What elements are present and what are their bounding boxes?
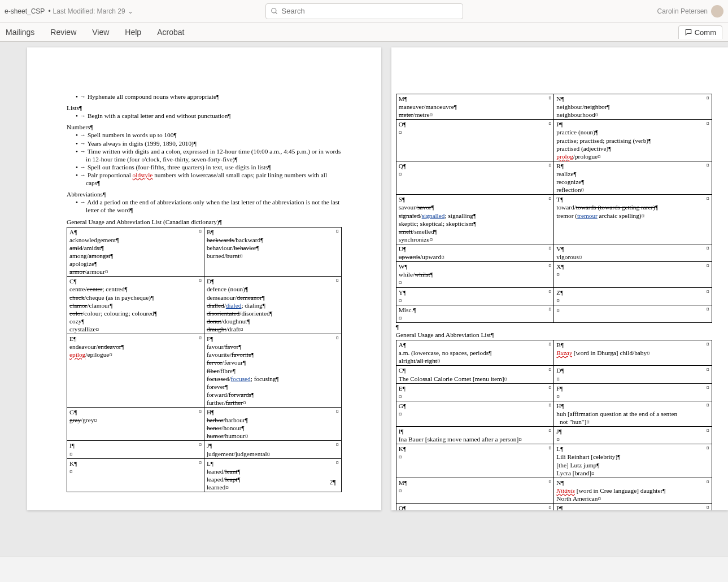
table-row: E¶endeavour/endeavor¶epilog/epilogue¤F¶f… bbox=[67, 334, 342, 408]
heading-numbers: Numbers¶ bbox=[67, 123, 342, 131]
table-cell: B¶Buzay [word in Dhurga] child/baby¤ bbox=[554, 340, 712, 366]
spacer: ¶ bbox=[396, 323, 728, 327]
tab-help[interactable]: Help bbox=[125, 28, 141, 37]
table-cell: C¶The Colossal Calorie Comet [menu item]… bbox=[396, 366, 554, 383]
table-cell: F¶¤ bbox=[554, 383, 712, 401]
ribbon: Mailings Review View Help Acrobat Comm bbox=[0, 23, 728, 42]
table-cell: S¶savour/savor¶signaled/signalled; signa… bbox=[396, 195, 554, 244]
heading-lists: Lists¶ bbox=[67, 104, 342, 112]
table-row: G¶gray/grey¤H¶harbor/harbour¶honor/honou… bbox=[67, 408, 342, 441]
table-row: O¶¤P¶practice (noun)¶practise; practised… bbox=[396, 120, 712, 161]
table-cell: O¶¤ bbox=[396, 120, 554, 161]
table-row: G¶¤H¶huh [affirmation question at the en… bbox=[396, 401, 712, 426]
table-cell: N¶neighbour/neighbor¶neighbourhood¤ bbox=[554, 94, 712, 120]
table-cell: V¶vigorous¤ bbox=[554, 244, 712, 261]
user-area[interactable]: Carolin Petersen bbox=[657, 5, 723, 17]
table-row: I¶Ina Bauer [skating move named after a … bbox=[396, 427, 712, 444]
bullet: Years always in digits (1999, 1890, 2010… bbox=[67, 139, 342, 147]
search-icon bbox=[271, 7, 278, 15]
table-row: Q¶¤R¶realize¶recognize¶reflection¤ bbox=[396, 161, 712, 194]
search-input[interactable] bbox=[282, 7, 458, 15]
table-cell: I¶¤ bbox=[67, 441, 204, 458]
table-row: S¶savour/savor¶signaled/signalled; signa… bbox=[396, 195, 712, 244]
page-3: M¶maneuver/manoeuvre¶meter/metre¤N¶neigh… bbox=[391, 47, 728, 510]
table-row: A¶acknowledgement¶amid/amidst¶among/amon… bbox=[67, 227, 342, 277]
bullet: Begin with a capital letter and end with… bbox=[67, 112, 342, 120]
user-name: Carolin Petersen bbox=[657, 7, 708, 15]
table-cell: I¶Ina Bauer [skating move named after a … bbox=[396, 427, 554, 444]
table-cell: M¶maneuver/manoeuvre¶meter/metre¤ bbox=[396, 94, 554, 120]
table-row: E¶¤F¶¤ bbox=[396, 383, 712, 401]
table-cell: H¶huh [affirmation question at the end o… bbox=[554, 401, 712, 426]
table-cell: L¶leaned/leant¶leaped/leapt¶learned¤ bbox=[204, 458, 341, 492]
usage-table-1-cont: M¶maneuver/manoeuvre¶meter/metre¤N¶neigh… bbox=[396, 94, 712, 323]
table-title: General Usage and Abbreviation List (Can… bbox=[67, 218, 342, 226]
tab-view[interactable]: View bbox=[92, 28, 109, 37]
heading-abbrev: Abbreviations¶ bbox=[67, 190, 342, 198]
bullet: Hyphenate all compound nouns where appro… bbox=[67, 93, 342, 100]
avatar[interactable] bbox=[711, 5, 723, 17]
table-row: A¶a.m. (lowercase, no spaces, periods¶al… bbox=[396, 340, 712, 366]
usage-table-2: A¶a.m. (lowercase, no spaces, periods¶al… bbox=[396, 340, 712, 510]
table-cell: H¶harbor/harbour¶honor/honour¶humor/humo… bbox=[204, 408, 341, 441]
tab-mailings[interactable]: Mailings bbox=[6, 28, 34, 37]
tab-acrobat[interactable]: Acrobat bbox=[157, 28, 184, 37]
svg-line-1 bbox=[275, 12, 277, 14]
table-cell: A¶a.m. (lowercase, no spaces, periods¶al… bbox=[396, 340, 554, 366]
table-cell: X¶¤ bbox=[554, 262, 712, 287]
table-row: U¶upwards/upward¤V¶vigorous¤ bbox=[396, 244, 712, 261]
svg-point-0 bbox=[271, 8, 276, 12]
bullet: Add a period on the end of abbreviations… bbox=[67, 198, 342, 214]
table-cell: F¶favour/favor¶favourite/favorite¶fervor… bbox=[204, 334, 341, 408]
table-cell: K¶¤ bbox=[396, 444, 554, 478]
table-cell: G¶gray/grey¤ bbox=[67, 408, 204, 441]
table-row: Y¶¤Z¶¤ bbox=[396, 287, 712, 305]
table-cell: O¶ bbox=[396, 504, 554, 510]
bullet: Spell numbers in words up to 100¶ bbox=[67, 131, 342, 139]
table-cell: J¶judgement/judgemental¤ bbox=[204, 441, 341, 458]
table-cell: Q¶¤ bbox=[396, 161, 554, 194]
table-cell: Z¶¤ bbox=[554, 287, 712, 305]
table-cell: D¶defence (noun)¶demeanour/demeanor¶dial… bbox=[204, 277, 341, 334]
table-row: M¶maneuver/manoeuvre¶meter/metre¤N¶neigh… bbox=[396, 94, 712, 120]
table-cell: P¶practice (noun)¶practise; practised; p… bbox=[554, 120, 712, 161]
search-box[interactable] bbox=[265, 3, 463, 19]
table-cell: Misc.¶¤ bbox=[396, 305, 554, 322]
table-cell: N¶Nitânis [word in Cree language] daught… bbox=[554, 478, 712, 503]
table-cell: K¶¤ bbox=[67, 458, 204, 492]
table-cell: P¶ bbox=[554, 504, 712, 510]
doc-title: e-sheet_CSP bbox=[5, 7, 45, 15]
table-row: K¶¤L¶Lili Reinhart [celebrity]¶[the] Lut… bbox=[396, 444, 712, 478]
table-cell: G¶¤ bbox=[396, 401, 554, 426]
table-cell: M¶¤ bbox=[396, 478, 554, 503]
table-row: W¶while/whilst¶¤X¶¤ bbox=[396, 262, 712, 287]
table-row: C¶The Colossal Calorie Comet [menu item]… bbox=[396, 366, 712, 383]
table-cell: ¤ bbox=[554, 305, 712, 322]
table-title-2: General Usage and Abbreviation List¶ bbox=[396, 331, 728, 339]
table-cell: D¶¤ bbox=[554, 366, 712, 383]
usage-table-1: A¶acknowledgement¶amid/amidst¶among/amon… bbox=[67, 227, 342, 493]
table-row: M¶¤N¶Nitânis [word in Cree language] dau… bbox=[396, 478, 712, 503]
table-row: O¶P¶ bbox=[396, 504, 712, 510]
table-cell: T¶toward/towards (towards getting rarer)… bbox=[554, 195, 712, 244]
table-row: C¶centre/center; centred¶check/cheque (a… bbox=[67, 277, 342, 334]
table-cell: E¶endeavour/endeavor¶epilog/epilogue¤ bbox=[67, 334, 204, 408]
chevron-down-icon[interactable]: ⌄ bbox=[128, 7, 133, 15]
table-cell: Y¶¤ bbox=[396, 287, 554, 305]
table-row: K¶¤L¶leaned/leant¶leaped/leapt¶learned¤ bbox=[67, 458, 342, 492]
bullet: Pair proportional oldstyle numbers with … bbox=[67, 171, 342, 187]
table-cell: E¶¤ bbox=[396, 383, 554, 401]
bullet: Time written with digits and a colon, ex… bbox=[67, 147, 342, 163]
document-canvas[interactable]: Hyphenate all compound nouns where appro… bbox=[0, 42, 728, 557]
comments-button[interactable]: Comm bbox=[678, 25, 722, 39]
bullet: Spell out fractions (four-fifths, three … bbox=[67, 163, 342, 171]
table-cell: U¶upwards/upward¤ bbox=[396, 244, 554, 261]
table-cell: A¶acknowledgement¶amid/amidst¶among/amon… bbox=[67, 227, 204, 277]
comment-icon bbox=[685, 28, 692, 36]
table-cell: C¶centre/center; centred¶check/cheque (a… bbox=[67, 277, 204, 334]
tab-review[interactable]: Review bbox=[50, 28, 76, 37]
last-modified: Last Modified: March 29 bbox=[53, 7, 125, 15]
page-2: Hyphenate all compound nouns where appro… bbox=[27, 47, 381, 510]
table-cell: B¶backwards/backward¶behaviour/behavior¶… bbox=[204, 227, 341, 277]
table-cell: W¶while/whilst¶¤ bbox=[396, 262, 554, 287]
